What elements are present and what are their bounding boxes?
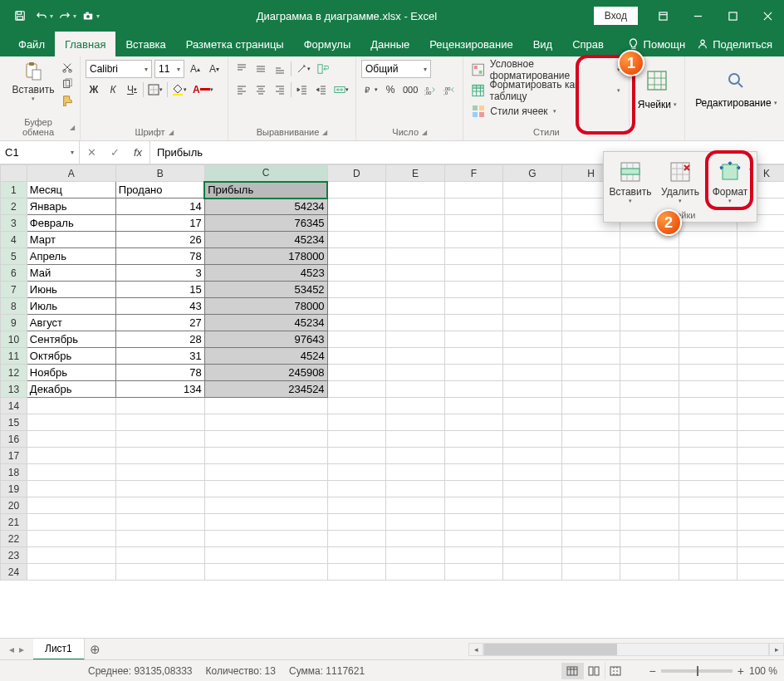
cell-E11[interactable] [386,348,445,365]
cell-J22[interactable] [679,531,737,547]
cell-E10[interactable] [386,331,445,348]
cell-K21[interactable] [737,514,784,531]
cell-J6[interactable] [679,265,737,282]
cell-I19[interactable] [620,481,679,497]
cell-H16[interactable] [561,431,620,448]
cell-H7[interactable] [561,282,620,298]
cell-G20[interactable] [503,497,562,514]
column-header-C[interactable]: C [204,165,327,182]
cell-G22[interactable] [503,531,562,547]
cell-D17[interactable] [327,448,386,464]
cell-C22[interactable] [204,531,327,547]
cell-C15[interactable] [204,414,327,431]
cell-E21[interactable] [386,514,445,531]
undo-dropdown-icon[interactable]: ▾ [50,12,53,20]
cell-A24[interactable] [27,564,115,581]
row-header-15[interactable]: 15 [1,414,27,431]
paste-button[interactable]: Вставить▾ [10,60,56,105]
cell-A2[interactable]: Январь [27,198,115,215]
row-header-9[interactable]: 9 [1,315,27,331]
align-bottom-icon[interactable] [272,61,288,77]
maximize-icon[interactable] [716,3,749,28]
cell-A18[interactable] [27,464,115,481]
column-header-A[interactable]: A [27,165,115,182]
cell-F7[interactable] [444,282,503,298]
cell-C3[interactable]: 76345 [204,215,327,232]
cell-D2[interactable] [327,198,386,215]
cell-J13[interactable] [679,381,737,398]
cell-K11[interactable] [737,348,784,365]
column-header-D[interactable]: D [327,165,386,182]
cell-C5[interactable]: 178000 [204,248,327,265]
cell-J20[interactable] [679,497,737,514]
undo-icon[interactable] [32,6,51,26]
cell-F4[interactable] [444,232,503,248]
cell-E12[interactable] [386,365,445,381]
cell-D8[interactable] [327,298,386,315]
row-header-13[interactable]: 13 [1,381,27,398]
cell-H21[interactable] [561,514,620,531]
accounting-icon[interactable]: ₽▾ [361,81,380,98]
fill-color-icon[interactable]: ▾ [170,81,189,98]
row-header-1[interactable]: 1 [1,182,27,198]
row-header-10[interactable]: 10 [1,331,27,348]
cell-G4[interactable] [503,232,562,248]
cell-D19[interactable] [327,481,386,497]
column-header-B[interactable]: B [115,165,204,182]
cell-G17[interactable] [503,448,562,464]
cell-C8[interactable]: 78000 [204,298,327,315]
cell-H13[interactable] [561,381,620,398]
cell-K13[interactable] [737,381,784,398]
cell-F11[interactable] [444,348,503,365]
cell-H18[interactable] [561,464,620,481]
increase-indent-icon[interactable] [313,81,330,98]
zoom-in-icon[interactable]: + [737,664,744,678]
hscroll-left-icon[interactable]: ◂ [468,643,483,656]
font-name-combo[interactable]: Calibri▾ [86,60,152,78]
cell-J23[interactable] [679,547,737,564]
hscroll-right-icon[interactable]: ▸ [769,643,784,656]
decrease-indent-icon[interactable] [294,81,311,98]
cell-E6[interactable] [386,265,445,282]
cell-H6[interactable] [561,265,620,282]
cell-E5[interactable] [386,248,445,265]
cancel-formula-icon[interactable]: ✕ [80,146,103,159]
cell-I20[interactable] [620,497,679,514]
zoom-out-icon[interactable]: − [649,664,656,678]
merge-icon[interactable]: ▾ [332,81,350,98]
cell-B22[interactable] [115,531,204,547]
cell-F5[interactable] [444,248,503,265]
cell-J18[interactable] [679,464,737,481]
cell-K8[interactable] [737,298,784,315]
cell-A6[interactable]: Май [27,265,115,282]
cell-A3[interactable]: Февраль [27,215,115,232]
cell-A20[interactable] [27,497,115,514]
cell-B6[interactable]: 3 [115,265,204,282]
cell-I13[interactable] [620,381,679,398]
format-cells-button[interactable]: Формат▾ [705,157,755,208]
cell-B15[interactable] [115,414,204,431]
popup-collapse-icon[interactable]: ▾ [749,165,753,174]
redo-dropdown-icon[interactable]: ▾ [73,12,76,20]
dialog-launcher-icon[interactable]: ◢ [70,124,75,131]
cell-C17[interactable] [204,448,327,464]
cell-F15[interactable] [444,414,503,431]
cell-A15[interactable] [27,414,115,431]
cell-C1[interactable]: Прибыль [204,182,327,198]
cell-K7[interactable] [737,282,784,298]
cell-F24[interactable] [444,564,503,581]
row-header-11[interactable]: 11 [1,348,27,365]
font-color-icon[interactable]: A▾ [191,81,215,98]
number-format-combo[interactable]: Общий▾ [361,60,431,78]
row-header-7[interactable]: 7 [1,282,27,298]
decrease-font-icon[interactable]: A▾ [206,61,223,77]
tab-view[interactable]: Вид [523,32,563,56]
cell-K10[interactable] [737,331,784,348]
cell-K15[interactable] [737,414,784,431]
cell-F6[interactable] [444,265,503,282]
underline-button[interactable]: Ч ▾ [124,81,140,98]
align-top-icon[interactable] [233,61,250,77]
increase-decimal-icon[interactable]: ,0,00 [422,81,439,98]
cell-G11[interactable] [503,348,562,365]
align-left-icon[interactable] [233,81,250,98]
